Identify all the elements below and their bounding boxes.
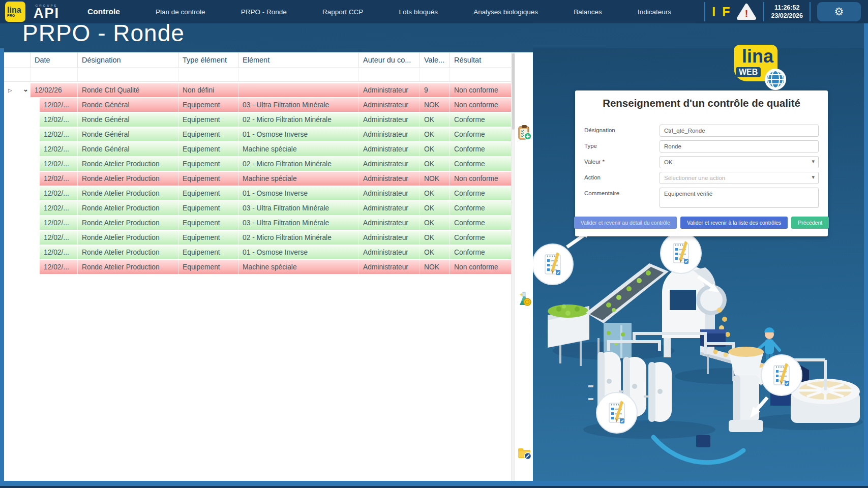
app-window: lina PRO GROUPE API ControlePlan de cont… <box>0 0 868 488</box>
folder-edit-icon[interactable] <box>517 446 531 460</box>
checklist-badge <box>532 244 573 285</box>
add-control-clipboard-icon[interactable] <box>517 125 531 141</box>
filter-cell[interactable] <box>31 68 78 81</box>
globe-icon <box>764 68 787 90</box>
nav-item-indicateurs[interactable]: Indicateurs <box>638 8 671 16</box>
cell-type: Equipement <box>178 98 238 112</box>
row-band: 12/02/...Ronde Atelier ProductionEquipem… <box>40 260 533 274</box>
cell-element: Machine spéciale <box>238 172 359 186</box>
collapse-chevron-icon[interactable]: ⌄ <box>23 85 28 93</box>
table-body: ▷⌄12/02/26Ronde Ctrl QualitéNon définiAd… <box>4 82 533 274</box>
table-filter-row[interactable] <box>4 68 533 82</box>
field-label-d-signation: Désignation <box>584 125 660 133</box>
factory-illustration <box>532 224 864 482</box>
flask-award-icon[interactable] <box>517 291 531 308</box>
table-row[interactable]: 12/02/...Ronde Atelier ProductionEquipem… <box>4 201 533 215</box>
cell-element: 01 - Osmose Inverse <box>238 246 359 259</box>
settings-button[interactable]: ⚙ <box>817 2 861 21</box>
table-row[interactable]: 12/02/...Ronde Atelier ProductionEquipem… <box>4 172 533 186</box>
cell-element: 03 - Ultra Filtration Minérale <box>238 216 359 230</box>
column-header-d-signation[interactable]: Désignation <box>78 52 178 68</box>
checklist-badge <box>661 233 701 273</box>
cell-valeur: 9 <box>420 83 450 97</box>
d-signation-input[interactable] <box>660 125 819 137</box>
filter-cell[interactable] <box>359 68 420 81</box>
filter-cell[interactable] <box>238 68 359 81</box>
field-control-wrap <box>660 188 819 210</box>
cell-designation: Ronde Atelier Production <box>78 172 178 186</box>
table-row[interactable]: 12/02/...Ronde Atelier ProductionEquipem… <box>4 216 533 230</box>
valeur-select[interactable] <box>660 156 819 168</box>
cell-auteur: Administrateur <box>359 216 420 230</box>
table-row[interactable]: 12/02/...Ronde Atelier ProductionEquipem… <box>4 157 533 171</box>
clock-time: 11:26:52 <box>771 4 803 12</box>
cell-valeur: NOK <box>420 260 450 274</box>
warning-triangle-icon[interactable]: ! <box>736 3 757 20</box>
nav-divider <box>810 2 811 21</box>
table-scrollbar[interactable] <box>511 52 515 481</box>
filter-cell[interactable] <box>78 68 178 81</box>
commentaire-textarea[interactable] <box>660 188 819 208</box>
table-row[interactable]: 12/02/...Ronde GénéralEquipement03 - Ult… <box>4 98 533 112</box>
cell-designation: Ronde Général <box>78 113 178 127</box>
lina-web-logo: lina WEB <box>734 45 785 92</box>
nav-item-analyses-biologiques[interactable]: Analyses biologiques <box>473 8 538 16</box>
row-tree-cell <box>4 128 31 141</box>
action-select[interactable] <box>660 172 819 184</box>
nav-item-balances[interactable]: Balances <box>574 8 602 16</box>
table-header-tree-spacer <box>4 52 31 68</box>
cell-valeur: OK <box>420 187 450 200</box>
valider-et-revenir-au-d-tail-du-contr-le-button[interactable]: Valider et revenir au détail du contrôle <box>574 217 677 229</box>
lina-pro-logo[interactable]: lina PRO <box>5 2 25 22</box>
table-row[interactable]: 12/02/...Ronde GénéralEquipementMachine … <box>4 142 533 156</box>
column-header-type-l-ment[interactable]: Type élément <box>178 52 238 68</box>
row-tree-cell <box>4 113 31 127</box>
filter-cell[interactable] <box>178 68 238 81</box>
column-header-vale[interactable]: Vale... <box>420 52 450 68</box>
nav-item-rapport-ccp[interactable]: Rapport CCP <box>322 8 363 16</box>
table-row[interactable]: 12/02/...Ronde Atelier ProductionEquipem… <box>4 231 533 245</box>
cell-element: 01 - Osmose Inverse <box>238 128 359 141</box>
pr-c-dent-button[interactable]: Précédent <box>791 217 829 229</box>
cell-valeur: OK <box>420 157 450 171</box>
table-row[interactable]: 12/02/...Ronde Atelier ProductionEquipem… <box>4 187 533 200</box>
nav-item-prpo-ronde[interactable]: PRPO - Ronde <box>241 8 287 16</box>
checklist-badge <box>596 392 637 433</box>
clock-date: 23/02/2026 <box>771 12 803 20</box>
filter-cell[interactable] <box>4 68 31 81</box>
field-control-wrap <box>660 125 819 137</box>
cell-auteur: Administrateur <box>359 246 420 259</box>
cell-type: Non défini <box>178 83 238 97</box>
api-group-logo[interactable]: GROUPE API <box>34 4 59 19</box>
column-header-el-ment[interactable]: Elément <box>238 52 359 68</box>
row-band: 12/02/...Ronde GénéralEquipement01 - Osm… <box>40 128 533 141</box>
nav-item-lots-bloqu-s[interactable]: Lots bloqués <box>399 8 438 16</box>
cell-designation: Ronde Atelier Production <box>78 157 178 171</box>
nav-item-plan-de-controle[interactable]: Plan de controle <box>156 8 205 16</box>
table-row[interactable]: 12/02/...Ronde GénéralEquipement02 - Mic… <box>4 113 533 127</box>
table-row[interactable]: ▷⌄12/02/26Ronde Ctrl QualitéNon définiAd… <box>4 83 533 97</box>
cell-auteur: Administrateur <box>359 172 420 186</box>
cell-element: 03 - Ultra Filtration Minérale <box>238 201 359 215</box>
table-row[interactable]: 12/02/...Ronde Atelier ProductionEquipem… <box>4 246 533 259</box>
row-tree-cell <box>4 98 31 112</box>
cell-auteur: Administrateur <box>359 201 420 215</box>
cell-valeur: OK <box>420 142 450 156</box>
type-input[interactable] <box>660 140 819 152</box>
nav-item-controle[interactable]: Controle <box>87 7 120 16</box>
cell-date: 12/02/... <box>40 128 78 141</box>
cell-valeur: OK <box>420 246 450 259</box>
table-row[interactable]: 12/02/...Ronde Atelier ProductionEquipem… <box>4 260 533 274</box>
clock: 11:26:52 23/02/2026 <box>771 4 803 20</box>
valider-et-revenir-la-liste-des-contr-les-button[interactable]: Valider et revenir à la liste des contrô… <box>680 217 788 229</box>
filter-cell[interactable] <box>420 68 450 81</box>
column-header-auteur-du-co[interactable]: Auteur du co... <box>359 52 420 68</box>
field-label-action: Action <box>584 172 660 180</box>
cell-valeur: NOK <box>420 98 450 112</box>
row-band: 12/02/...Ronde GénéralEquipementMachine … <box>40 142 533 156</box>
expand-arrow-icon[interactable]: ▷ <box>8 87 12 93</box>
row-band: 12/02/...Ronde Atelier ProductionEquipem… <box>40 201 533 215</box>
table-row[interactable]: 12/02/...Ronde GénéralEquipement01 - Osm… <box>4 128 533 141</box>
column-header-date[interactable]: Date <box>31 52 78 68</box>
cell-element: 02 - Micro Filtration Minérale <box>238 113 359 127</box>
